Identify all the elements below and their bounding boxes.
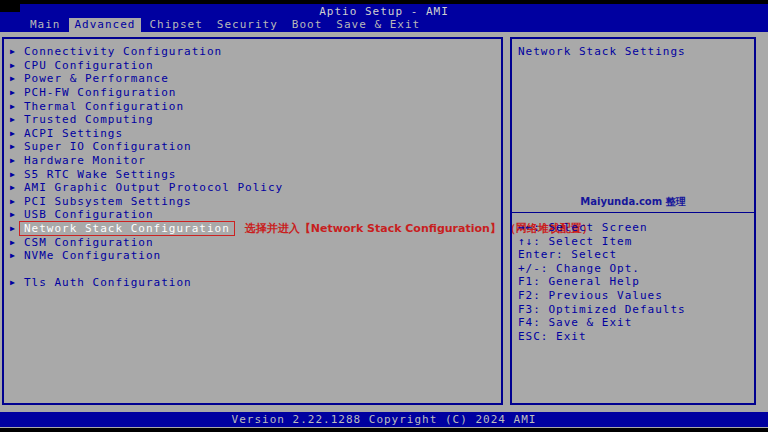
hotkey-change-opt: +/-: Change Opt.: [518, 262, 686, 276]
version-text: Version 2.22.1288 Copyright (C) 2024 AMI: [0, 412, 768, 427]
submenu-arrow-icon: ▶: [4, 61, 24, 70]
menu-item-label: Super IO Configuration: [24, 140, 192, 153]
menu-item-label: Thermal Configuration: [24, 100, 184, 113]
menu-item-label: Hardware Monitor: [24, 154, 146, 167]
hotkey-esc-exit: ESC: Exit: [518, 330, 686, 344]
tab-boot[interactable]: Boot: [286, 18, 329, 32]
hotkey-f1-help: F1: General Help: [518, 275, 686, 289]
menu-item-label: S5 RTC Wake Settings: [24, 168, 176, 181]
hotkey-select-screen: →←: Select Screen: [518, 221, 686, 235]
submenu-arrow-icon: ▶: [4, 156, 24, 165]
menu-item-label: Connectivity Configuration: [24, 45, 222, 58]
submenu-arrow-icon: ▶: [4, 88, 24, 97]
menu-item-power-performance[interactable]: ▶ Power & Performance: [4, 72, 501, 86]
menu-item-usb[interactable]: ▶ USB Configuration: [4, 208, 501, 222]
menu-item-ami-gop-policy[interactable]: ▶ AMI Graphic Output Protocol Policy: [4, 181, 501, 195]
submenu-arrow-icon: ▶: [4, 183, 24, 192]
submenu-arrow-icon: ▶: [4, 129, 24, 138]
help-panel: Network Stack Settings Maiyunda.com 整理 →…: [510, 37, 756, 405]
submenu-arrow-icon: ▶: [4, 47, 24, 56]
corner-notch: [0, 0, 20, 12]
bios-setup-screen: Aptio Setup - AMI Main Advanced Chipset …: [0, 0, 768, 432]
menu-item-label: Power & Performance: [24, 72, 169, 85]
tab-save-exit[interactable]: Save & Exit: [330, 18, 426, 32]
menu-item-connectivity[interactable]: ▶ Connectivity Configuration: [4, 45, 501, 59]
hotkey-legend: →←: Select Screen ↑↓: Select Item Enter:…: [518, 221, 686, 343]
submenu-arrow-icon: ▶: [4, 115, 24, 124]
menu-item-network-stack[interactable]: ▶ Network Stack Configuration 选择并进入【Netw…: [4, 222, 501, 236]
menu-item-pch-fw[interactable]: ▶ PCH-FW Configuration: [4, 86, 501, 100]
help-panel-divider: [512, 212, 754, 213]
letterbox-bottom: [0, 428, 768, 432]
submenu-arrow-icon: ▶: [4, 238, 24, 247]
selected-item-label: Network Stack Configuration: [19, 221, 235, 236]
menu-item-label: CPU Configuration: [24, 59, 154, 72]
menu-item-label: USB Configuration: [24, 208, 154, 221]
hotkey-f4-save-exit: F4: Save & Exit: [518, 316, 686, 330]
menu-tab-bar: Main Advanced Chipset Security Boot Save…: [24, 18, 428, 32]
menu-item-super-io[interactable]: ▶ Super IO Configuration: [4, 140, 501, 154]
menu-item-label: NVMe Configuration: [24, 249, 161, 262]
menu-item-cpu[interactable]: ▶ CPU Configuration: [4, 59, 501, 73]
settings-menu-list: ▶ Connectivity Configuration ▶ CPU Confi…: [4, 45, 501, 290]
hotkey-f2-previous: F2: Previous Values: [518, 289, 686, 303]
submenu-arrow-icon: ▶: [4, 278, 24, 287]
menu-item-label: PCH-FW Configuration: [24, 86, 176, 99]
menu-item-label: PCI Subsystem Settings: [24, 195, 192, 208]
settings-menu-panel: ▶ Connectivity Configuration ▶ CPU Confi…: [2, 37, 503, 405]
tab-advanced[interactable]: Advanced: [69, 18, 142, 32]
menu-item-label: AMI Graphic Output Protocol Policy: [24, 181, 283, 194]
menu-item-label: ACPI Settings: [24, 127, 123, 140]
menu-item-nvme[interactable]: ▶ NVMe Configuration: [4, 249, 501, 263]
submenu-arrow-icon: ▶: [4, 74, 24, 83]
submenu-arrow-icon: ▶: [4, 170, 24, 179]
submenu-arrow-icon: ▶: [4, 142, 24, 151]
menu-item-s5-rtc-wake[interactable]: ▶ S5 RTC Wake Settings: [4, 167, 501, 181]
tab-main[interactable]: Main: [24, 18, 67, 32]
app-title: Aptio Setup - AMI: [0, 5, 768, 19]
hotkey-select-item: ↑↓: Select Item: [518, 235, 686, 249]
submenu-arrow-icon: ▶: [4, 210, 24, 219]
hotkey-f3-defaults: F3: Optimized Defaults: [518, 303, 686, 317]
watermark-text: Maiyunda.com 整理: [512, 195, 754, 209]
menu-item-label: CSM Configuration: [24, 236, 154, 249]
tab-security[interactable]: Security: [211, 18, 284, 32]
footer-bar: Version 2.22.1288 Copyright (C) 2024 AMI: [0, 412, 768, 427]
menu-item-pci-subsystem[interactable]: ▶ PCI Subsystem Settings: [4, 195, 501, 209]
menu-item-csm[interactable]: ▶ CSM Configuration: [4, 235, 501, 249]
submenu-arrow-icon: ▶: [4, 251, 24, 260]
submenu-arrow-icon: ▶: [4, 102, 24, 111]
menu-item-label: Tls Auth Configuration: [24, 276, 192, 289]
menu-item-acpi[interactable]: ▶ ACPI Settings: [4, 127, 501, 141]
menu-item-tls-auth[interactable]: ▶ Tls Auth Configuration: [4, 276, 501, 290]
menu-item-label: Trusted Computing: [24, 113, 154, 126]
menu-item-trusted-computing[interactable]: ▶ Trusted Computing: [4, 113, 501, 127]
hotkey-enter-select: Enter: Select: [518, 248, 686, 262]
menu-item-thermal[interactable]: ▶ Thermal Configuration: [4, 99, 501, 113]
tab-chipset[interactable]: Chipset: [143, 18, 208, 32]
menu-item-hardware-monitor[interactable]: ▶ Hardware Monitor: [4, 154, 501, 168]
submenu-arrow-icon: ▶: [4, 197, 24, 206]
help-panel-title: Network Stack Settings: [518, 45, 686, 58]
header-bar: Aptio Setup - AMI Main Advanced Chipset …: [0, 4, 768, 32]
menu-spacer-row: [4, 263, 501, 277]
